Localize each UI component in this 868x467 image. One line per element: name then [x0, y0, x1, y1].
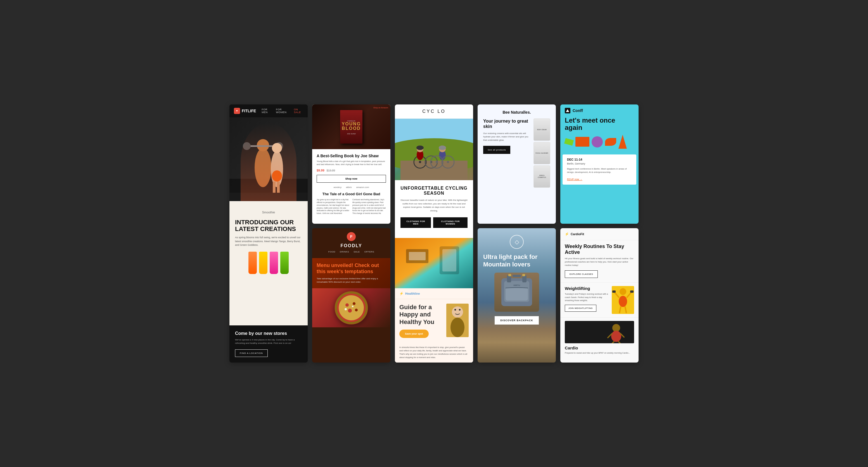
fitlife-brand-name: FITLIFE: [242, 109, 256, 113]
book-tale-title: The Tale of a Good Girl Gone Bad: [317, 192, 386, 196]
find-location-button[interactable]: FIND A LOCATION: [235, 349, 268, 357]
health-main-title: Guide for a Happy and Healthy You: [399, 304, 442, 326]
svg-point-2: [255, 148, 271, 187]
health-person-image: [446, 304, 469, 337]
foodly-nav-food[interactable]: FOOD: [329, 251, 335, 253]
cycling-product-gradient: [395, 238, 473, 288]
mountain-title: Ultra light pack for Mountain lovers: [483, 253, 550, 268]
cardiofit-explore-button[interactable]: EXPLORE CLASSES: [565, 270, 598, 278]
health-desc-text: In stressful times like these it's impor…: [395, 342, 473, 363]
cardiofit-header: ⚡ CardioFit: [560, 228, 639, 240]
svg-point-29: [436, 161, 438, 163]
cycling-description: Discover beautiful roads of nature on yo…: [400, 199, 468, 213]
svg-point-45: [353, 302, 355, 305]
bottle-green: [280, 252, 289, 274]
fitlife-card: ♥ FITLIFE FOR MEN FOR WOMEN ON SALE: [229, 104, 308, 363]
weightlifting-svg: [612, 286, 634, 314]
svg-point-61: [620, 288, 626, 295]
svg-point-24: [416, 145, 424, 150]
book-price-old: $19.99: [327, 169, 335, 172]
deco-orange-triangle: [618, 135, 627, 149]
cycling-info: UNFORGETTABLE CYCLING SEASON Discover be…: [395, 180, 473, 238]
cycling-hero-image: [395, 119, 473, 180]
book-tale-left: Joy grew up as a bright kid in a city th…: [317, 198, 350, 215]
fitlife-nav: FOR MEN FOR WOMEN ON SALE: [261, 108, 303, 114]
deco-purple-circle: [592, 136, 603, 147]
bee-content: Bee Naturalles. BODY CREAM FACIAL CLEANS…: [477, 104, 556, 160]
conff-decorations: [560, 135, 639, 152]
book-price-new: $9.99: [317, 169, 324, 172]
svg-rect-56: [508, 274, 511, 276]
svg-rect-57: [522, 274, 525, 276]
fitlife-hero-image: [229, 117, 308, 201]
conff-card: Conff Let's meet once again DEC 11-14 Be…: [560, 104, 639, 224]
book-shop-button[interactable]: Shop now: [317, 175, 386, 183]
fitlife-nav-women[interactable]: FOR WOMEN: [276, 108, 289, 114]
conff-rsvp-link[interactable]: RSVP now →: [567, 178, 582, 181]
health-cta-button[interactable]: Save your spot: [399, 330, 429, 338]
mountain-bag-image: VIRTU: [494, 273, 539, 312]
conff-main-title: Let's meet once again: [560, 117, 639, 135]
cardiofit-wl-desc: Tuesday's and Friday's evening workout w…: [565, 293, 609, 302]
svg-point-7: [271, 151, 283, 187]
cardio-person-svg: [565, 321, 634, 343]
bee-see-all-button[interactable]: See all products: [483, 146, 510, 154]
mountain-discover-button[interactable]: DISCOVER BACKPACK: [495, 316, 538, 325]
cardiofit-cardio-section: Cardio Prepared to sweat and hike up you…: [560, 317, 639, 358]
foodly-nav-offers[interactable]: OFFERS: [364, 251, 374, 253]
cycling-product-image: [395, 238, 473, 288]
book-card: Shop on Amazon A NOVEL BY YOUNG BLOOD JO…: [312, 104, 391, 224]
svg-rect-65: [612, 291, 616, 293]
svg-point-39: [451, 318, 464, 337]
book-tale-columns: Joy grew up as a bright kid in a city th…: [317, 198, 386, 215]
fitlife-intro-title: INTRODUCING OUR LATEST CREATIONS: [235, 219, 302, 232]
cycling-btn-women[interactable]: CLOTHING FOR WOMEN: [433, 217, 468, 228]
book-cover-word: YOUNG: [342, 122, 361, 126]
svg-point-40: [455, 309, 456, 310]
cardiofit-wl-button[interactable]: JOIN WEIGHTLIFTING: [565, 305, 596, 312]
fitlife-nav-sale[interactable]: ON SALE: [294, 108, 303, 114]
conff-date: DEC 11-14: [567, 158, 632, 161]
foodly-nav: FOOD DRINKS SALE OFFERS: [329, 251, 374, 253]
foodly-header: F FOODLY FOOD DRINKS SALE OFFERS: [312, 228, 391, 258]
svg-rect-4: [246, 145, 280, 147]
cycling-card: CYC LO: [395, 104, 473, 363]
fitlife-intro-desc: As spring blooms into full swing, we're …: [235, 236, 302, 247]
svg-text:VIRTU: VIRTU: [514, 284, 520, 287]
svg-rect-1: [229, 179, 308, 201]
svg-point-62: [619, 296, 627, 307]
svg-rect-32: [395, 238, 473, 288]
svg-point-71: [611, 331, 621, 342]
health-text: Guide for a Happy and Healthy You Save y…: [399, 304, 442, 338]
svg-point-49: [352, 306, 353, 307]
health-logo-icon: ⚡: [399, 292, 404, 296]
svg-rect-53: [505, 288, 528, 301]
bee-product-1: BODY CREAM: [533, 119, 550, 141]
cardiofit-cardio-desc: Prepared to sweat and hike up your BPAT …: [565, 352, 634, 355]
svg-point-5: [243, 142, 251, 150]
book-cover: A NOVEL BY YOUNG BLOOD JOE SHAW: [340, 110, 363, 143]
conff-header: Conff: [560, 104, 639, 117]
conff-bottom: DEC 11-14 Berlin, Germany Biggest tech c…: [563, 155, 636, 185]
svg-rect-0: [229, 117, 308, 201]
retailer-wordery: wordery: [333, 186, 341, 189]
cycling-main-title: UNFORGETTABLE CYCLING SEASON: [400, 186, 468, 196]
pizza-graphic: [335, 291, 368, 325]
foodly-nav-sale[interactable]: SALE: [353, 251, 360, 253]
foodly-nav-drinks[interactable]: DRINKS: [340, 251, 349, 253]
smoothie-header: Smoothie: [235, 207, 302, 219]
health-header: ⚡ Healthline: [395, 288, 473, 299]
cycling-header: CYC LO: [395, 104, 473, 119]
fitlife-nav-men[interactable]: FOR MEN: [261, 108, 271, 114]
bee-product-3: ARNICA COSMETICS: [533, 165, 550, 188]
book-badge: Shop on Amazon: [373, 107, 388, 109]
fitlife-stores-section: Come by our new stores We've opened a 4 …: [229, 325, 308, 363]
cycling-btn-men[interactable]: CLOTHING FOR MEN: [400, 217, 431, 228]
health-brand: Healthline: [405, 292, 420, 295]
bee-product-2: FACIAL CLEANSER: [533, 142, 550, 164]
cardiofit-weightlifting-section: Weightlifting Tuesday's and Friday's eve…: [560, 282, 639, 317]
cardiofit-description: Hit your fitness goals and build a habit…: [560, 257, 639, 270]
health-section: ⚡ Healthline Guide for a Happy and Healt…: [395, 288, 473, 363]
svg-rect-17: [400, 161, 468, 180]
svg-rect-14: [229, 193, 308, 201]
